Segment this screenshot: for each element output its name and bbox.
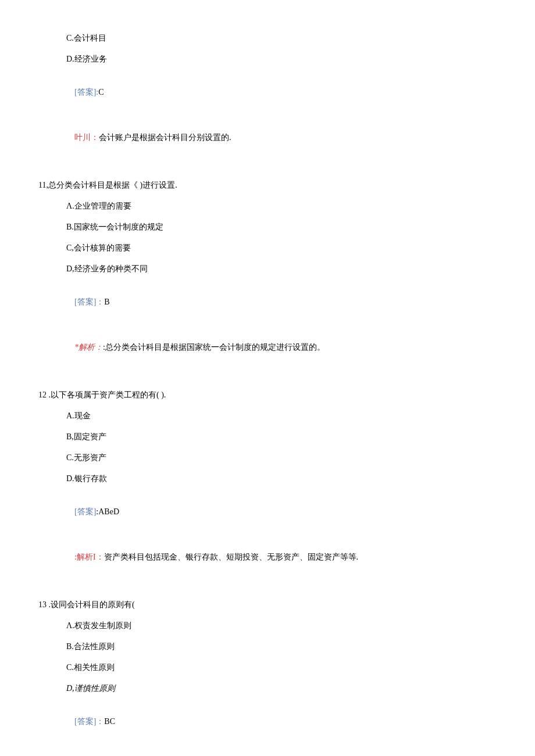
answer-value: :ABeD (96, 507, 119, 516)
analysis-line: 牝析会计科目设沮的原则为：合法性原则：相关性原则；实用性原则：简捷性廉则。 (66, 748, 497, 756)
option-text: D,谨慎性原则 (66, 682, 497, 694)
answer-line: [答案]:C (66, 74, 497, 110)
option-text: A.现金 (66, 410, 497, 422)
question-stem: 12 .以下各项属于资产类工程的有( ). (38, 389, 497, 401)
answer-label: [答案]: (74, 88, 98, 96)
answer-value: C (98, 88, 104, 96)
analysis-label: 叶川： (74, 133, 99, 142)
analysis-text: 资产类科目包括现金、银行存款、短期投资、无形资产、固定资产等等. (104, 553, 359, 561)
answer-label: [答案] (74, 507, 96, 516)
answer-line: [答案]:ABeD (66, 493, 497, 530)
option-text: C.无形资产 (66, 452, 497, 464)
option-text: C.相关性原则 (66, 661, 497, 673)
option-text: B,固定资产 (66, 431, 497, 443)
answer-line: [答案]：B (66, 284, 497, 320)
question-stem: 13 .设同会计科目的原则有( (38, 599, 497, 611)
option-text: D.银行存款 (66, 472, 497, 485)
option-text: C.会计科目 (66, 32, 497, 44)
option-text: B.国家统一会计制度的规定 (66, 221, 497, 233)
answer-label: [答案]： (74, 717, 104, 726)
analysis-line: *解析：:总分类会计科目是根据国家统一会计制度的规定进行设置的。 (66, 329, 497, 366)
option-text: Λ.企业管理的需要 (66, 200, 497, 212)
analysis-label: *解析： (74, 343, 103, 352)
option-text: C,会计核算的需要 (66, 242, 497, 254)
analysis-label: :解析I： (74, 553, 104, 561)
option-text: D.经济业务 (66, 53, 497, 65)
analysis-line: 叶川：会计账户是根据会计科目分别设置的. (66, 119, 497, 156)
answer-line: [答案]：BC (66, 703, 497, 740)
question-stem: 11,总分类会计科目是根据《 )进行设置. (38, 179, 497, 191)
option-text: B.合法性原则 (66, 640, 497, 653)
analysis-text: :总分类会计科目是根据国家统一会计制度的规定进行设置的。 (103, 343, 325, 352)
option-text: Λ.权责发生制原则 (66, 619, 497, 632)
option-text: D,经济业务的种类不同 (66, 263, 497, 275)
answer-value: BC (104, 717, 115, 726)
answer-value: B (104, 298, 109, 306)
answer-label: [答案]： (74, 298, 104, 306)
analysis-text: 会计账户是根据会计科目分别设置的. (99, 133, 231, 142)
analysis-line: :解析I：资产类科目包括现金、银行存款、短期投资、无形资产、固定资产等等. (66, 539, 497, 575)
